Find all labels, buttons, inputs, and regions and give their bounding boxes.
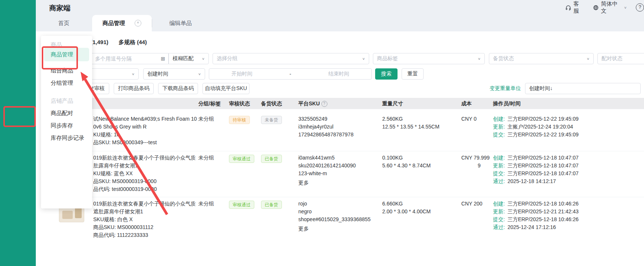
chevron-down-icon: ∨ <box>132 72 135 76</box>
status-badge: 审核通过 <box>229 201 254 209</box>
time-field-select[interactable]: 创建时间 ∨ <box>143 68 205 80</box>
product-title[interactable]: 019新款连衣裙女春夏小个子很仙的小众气质 <box>93 154 198 162</box>
product-title[interactable]: 0v6 Shoes Grey with R <box>93 123 198 131</box>
row-2-platform-skus: i0amsk441wm5 sku20240126142140090 123-wh… <box>298 154 356 187</box>
row-3-group: 未分组 <box>198 200 214 208</box>
help-button[interactable]: ? <box>636 3 644 12</box>
language-label: 简体中文 <box>601 0 622 15</box>
menu-item-sync-log[interactable]: 库存同步记录 <box>41 132 92 144</box>
tab-edit-item-label: 编辑单品 <box>169 20 192 27</box>
product-spec: SKU规格: 白色 X <box>93 216 198 223</box>
date-range-picker[interactable]: 开始时间 - 结束时间 <box>209 68 372 80</box>
more-link[interactable]: 更多 <box>298 179 356 187</box>
print-barcode-button[interactable]: 打印商品条码 <box>114 83 154 94</box>
sort-value: 创建时间↓ <box>529 85 553 92</box>
top-bar <box>36 0 644 15</box>
product-title[interactable]: 019新款连衣裙女春夏小个子很仙的小众气质 <box>93 200 198 208</box>
dimensions-value: 2.00 * 3.00 * 4.00CM <box>382 208 431 216</box>
row-1-group: 未分组 <box>198 115 214 123</box>
close-tab-icon[interactable]: × <box>135 20 141 27</box>
product-title[interactable]: 试New Balance Men&#039;s Fresh Foam 10 <box>93 115 198 123</box>
tab-edit-item[interactable]: 编辑单品 <box>152 15 209 31</box>
col-stock: 备货状态 <box>261 100 282 107</box>
weight-value: 6.660KG <box>382 200 431 208</box>
group-select[interactable]: 选择分组 ∨ <box>213 53 369 64</box>
product-title[interactable]: 肚露肩牛仔裙女潮1 <box>93 162 198 170</box>
tab-divider <box>152 19 152 27</box>
tag-select[interactable]: 商品标签 ∨ <box>373 53 485 64</box>
table-row-2-product: 019新款连衣裙女春夏小个子很仙的小众气质 肚露肩牛仔裙女潮1 KU规格: 蓝色… <box>93 154 198 193</box>
product-title[interactable]: 遮肚露肩牛仔裙女潮1 <box>93 208 198 216</box>
match-mode-value: 模糊匹配 <box>173 55 194 62</box>
time-label: 创建: <box>493 201 505 207</box>
stock-status-select[interactable]: 备货状态 ∨ <box>489 53 594 64</box>
more-link[interactable]: 更多 <box>298 225 371 233</box>
menu-item-group-manage[interactable]: 分组管理 <box>41 77 92 89</box>
time-value: 三方ERP/2025-12-22 19:45:09 <box>508 116 579 122</box>
keyword-input[interactable] <box>94 55 158 62</box>
row-1-cost: CNY 0 <box>461 115 477 123</box>
row-1-times: 创建:三方ERP/2025-12-22 19:45:09 更新:主账户/2025… <box>493 115 579 139</box>
pair-status-select[interactable]: 配对状态 <box>597 53 644 64</box>
status-badge: 待审核 <box>229 116 250 124</box>
chevron-down-icon: ∨ <box>198 72 201 76</box>
col-cost: 成本 <box>461 100 472 107</box>
product-spec: KU规格: 蓝色 XX <box>93 170 198 177</box>
time-value: 主账户/2025-12-24 19:20:04 <box>508 124 573 130</box>
range-separator: - <box>289 71 291 77</box>
weight-value: 2.560KG <box>382 115 439 123</box>
autofill-platform-sku-button[interactable]: 自动填充平台SKU <box>202 83 249 94</box>
row-2-weight: 0.100KG 5.60 * 4.30 * 8.74CM <box>382 154 431 170</box>
hidden-filter-select[interactable]: ∨ <box>85 68 139 80</box>
support-button[interactable]: 客服 <box>565 0 584 15</box>
support-label: 客服 <box>574 0 584 15</box>
search-button[interactable]: 搜索 <box>375 68 398 80</box>
platform-sku-value: negro <box>298 208 371 216</box>
platform-sku-value: 123-white-m <box>298 170 356 177</box>
dimensions-value: 12.55 * 13.55 * 14.55CM <box>382 123 439 131</box>
status-badge: 未备货 <box>261 116 282 124</box>
product-code: 品代码: test00000319-0000 <box>93 185 198 193</box>
time-value: 三方ERP/2025-12-21 21:42:43 <box>508 208 579 214</box>
subtab-multi-spec[interactable]: 多规格 (44) <box>119 39 147 46</box>
row-1-platform-skus: 3325505249 i3mheja4yr0zul 17294286548787… <box>298 115 354 139</box>
download-barcode-button[interactable]: 下载商品条码 <box>158 83 198 94</box>
time-label: 更新: <box>493 124 505 130</box>
time-label: 提交: <box>493 132 505 137</box>
chevron-down-icon: ∨ <box>587 57 590 61</box>
search-button-label: 搜索 <box>381 71 392 77</box>
row-3-times: 创建:三方ERP/2025-12-18 10:46:26 更新:三方ERP/20… <box>493 200 579 231</box>
page-title: 商家端 <box>49 3 70 13</box>
time-label: 创建: <box>493 116 505 122</box>
keyword-input-box: ⊞ <box>89 53 169 64</box>
time-value: 2025-12-24 17:12:16 <box>508 224 556 230</box>
platform-sku-value: sku20240126142140090 <box>298 162 356 170</box>
row-2-cost: CNY 79.999 9 <box>461 154 490 170</box>
col-group: 分组/标签 <box>198 100 221 107</box>
row-2-times: 创建:三方ERP/2025-12-18 10:47:07 更新:三方ERP/20… <box>493 154 579 185</box>
menu-item-sync-inventory[interactable]: 同步库存 <box>41 120 92 132</box>
row-3-audit-badge: 审核通过 <box>229 201 254 209</box>
menu-item-product-pairing[interactable]: 商品配对 <box>41 107 92 119</box>
language-selector[interactable]: 简体中文 ∨ <box>593 0 627 15</box>
time-value: 2025-12-18 14:12:17 <box>508 178 556 184</box>
group-select-placeholder: 选择分组 <box>217 55 238 62</box>
reset-button[interactable]: 重置 <box>402 68 424 80</box>
annotation-box-menu-product-manage <box>42 46 78 69</box>
row-2-group: 未分组 <box>198 154 214 162</box>
subtab-single-count[interactable]: (1,491) <box>91 39 109 45</box>
row-3-cost: CNY 200 <box>461 200 483 208</box>
download-barcode-label: 下载商品条码 <box>163 85 194 92</box>
chevron-down-icon: ∨ <box>202 57 205 61</box>
row-1-weight: 2.560KG 12.55 * 13.55 * 14.55CM <box>382 115 439 131</box>
tab-home[interactable]: 首页 <box>36 15 92 31</box>
weight-value: 0.100KG <box>382 154 431 162</box>
match-mode-select[interactable]: 模糊匹配 ∨ <box>169 53 209 64</box>
batch-input-icon[interactable]: ⊞ <box>161 56 165 62</box>
change-weight-unit-link[interactable]: 变更重量单位 <box>490 85 521 92</box>
tab-product-manage[interactable]: 商品管理 × <box>92 15 152 31</box>
sort-select[interactable]: 创建时间↓ <box>525 83 641 94</box>
cost-value: CNY 79.999 <box>461 154 490 162</box>
question-circle-icon[interactable]: ? <box>321 101 327 107</box>
platform-sku-value: i0amsk441wm5 <box>298 154 356 162</box>
